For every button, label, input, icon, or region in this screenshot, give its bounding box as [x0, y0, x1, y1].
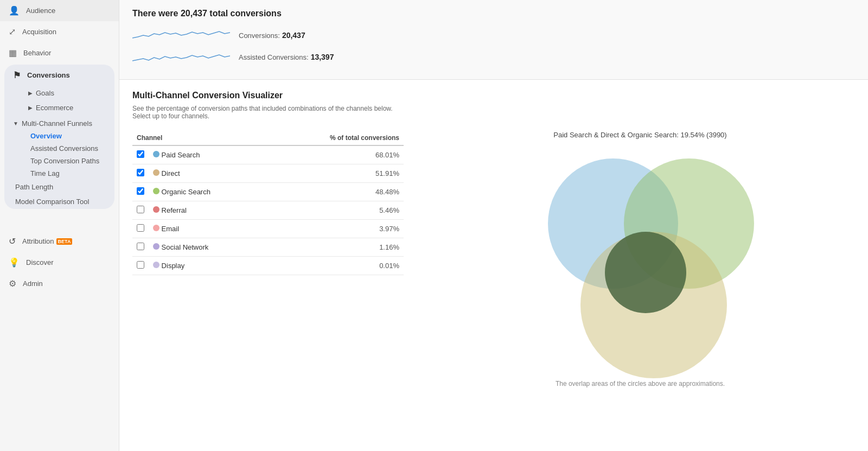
sidebar-item-discover[interactable]: 💡 Discover [0, 252, 119, 273]
sidebar-item-acquisition-label: Acquisition [22, 28, 56, 36]
multichannel-label: Multi-Channel Funnels [22, 119, 92, 128]
checkbox-email[interactable] [137, 224, 144, 232]
visualizer-section: Multi-Channel Conversion Visualizer See … [119, 80, 868, 398]
ecommerce-arrow-icon: ▶ [28, 105, 33, 111]
assisted-conversions-value: 13,397 [311, 53, 334, 61]
conversions-value: 20,437 [282, 31, 305, 40]
conversions-label: Conversions: [239, 31, 280, 40]
venn-area: Paid Search & Direct & Organic Search: 1… [425, 131, 855, 388]
sidebar-sub-model-comparison[interactable]: Model Comparison Tool [4, 194, 114, 209]
sidebar: 👤 Audience ⤢ Acquisition ▦ Behavior ⚑ Co… [0, 0, 119, 451]
sidebar-item-acquisition[interactable]: ⤢ Acquisition [0, 21, 119, 42]
main-content: There were 20,437 total conversions Conv… [119, 0, 868, 451]
ecommerce-label: Ecommerce [36, 104, 73, 112]
channel-name-email: Email [149, 220, 265, 238]
checkbox-social-network[interactable] [137, 243, 144, 250]
audience-icon: 👤 [9, 5, 20, 16]
sidebar-sub-top-conversion-paths[interactable]: Top Conversion Paths [4, 155, 114, 167]
channel-dot-organic-search [153, 188, 159, 194]
sidebar-item-admin[interactable]: ⚙ Admin [0, 273, 119, 294]
goals-label: Goals [36, 89, 54, 97]
channel-percent-paid-search: 68.01% [265, 145, 404, 164]
table-row: Referral5.46% [132, 201, 404, 220]
assisted-conversions-metric-row: Assisted Conversions: 13,397 [132, 49, 855, 65]
visualizer-body: Channel % of total conversions Paid Sear… [132, 131, 855, 388]
summary-title: There were 20,437 total conversions [132, 9, 855, 18]
channel-name-social-network: Social Network [149, 238, 265, 257]
sidebar-sub-multichannel[interactable]: ▼ Multi-Channel Funnels [4, 115, 114, 130]
channel-percent-social-network: 1.16% [265, 238, 404, 257]
visualizer-title: Multi-Channel Conversion Visualizer [132, 91, 855, 100]
admin-icon: ⚙ [9, 278, 16, 289]
assisted-conversions-sparkline [132, 49, 230, 65]
channel-percent-email: 3.97% [265, 220, 404, 238]
conversions-metric-row: Conversions: 20,437 [132, 27, 855, 43]
conversions-header[interactable]: ⚑ Conversions [4, 65, 114, 86]
sidebar-sub-time-lag[interactable]: Time Lag [4, 167, 114, 180]
sidebar-item-behavior[interactable]: ▦ Behavior [0, 42, 119, 63]
venn-label: Paid Search & Direct & Organic Search: 1… [553, 131, 726, 139]
channel-percent-direct: 51.91% [265, 164, 404, 183]
multichannel-sub-items: Overview Assisted Conversions Top Conver… [4, 130, 114, 180]
behavior-icon: ▦ [9, 48, 17, 58]
conversions-section: ⚑ Conversions ▶ Goals ▶ Ecommerce ▼ Mult… [4, 65, 114, 209]
attribution-label: Attribution [22, 237, 54, 245]
sidebar-sub-assisted-conversions[interactable]: Assisted Conversions [4, 142, 114, 155]
sidebar-sub-path-length[interactable]: Path Length [4, 180, 114, 194]
channel-dot-direct [153, 169, 159, 176]
conversions-icon: ⚑ [13, 70, 21, 80]
admin-label: Admin [23, 280, 43, 288]
table-row: Direct51.91% [132, 164, 404, 183]
table-row: Organic Search48.48% [132, 183, 404, 201]
channel-table: Channel % of total conversions Paid Sear… [132, 131, 404, 388]
channel-name-direct: Direct [149, 164, 265, 183]
acquisition-icon: ⤢ [9, 27, 16, 37]
venn-diagram [521, 148, 760, 376]
attribution-icon: ↺ [9, 236, 16, 246]
channel-dot-email [153, 225, 159, 231]
sidebar-sub-ecommerce[interactable]: ▶ Ecommerce [4, 100, 114, 115]
checkbox-display[interactable] [137, 261, 144, 269]
venn-footnote: The overlap areas of the circles above a… [556, 380, 725, 388]
beta-badge: BETA [56, 238, 73, 245]
channel-name-referral: Referral [149, 201, 265, 220]
conversions-label: Conversions [27, 71, 70, 79]
channel-name-organic-search: Organic Search [149, 183, 265, 201]
col-channel-header: Channel [132, 131, 265, 145]
table-row: Social Network1.16% [132, 238, 404, 257]
checkbox-paid-search[interactable] [137, 150, 144, 158]
checkbox-direct[interactable] [137, 169, 144, 176]
discover-icon: 💡 [9, 257, 20, 268]
sidebar-item-attribution[interactable]: ↺ Attribution BETA [0, 231, 119, 252]
channel-dot-paid-search [153, 151, 159, 157]
channel-dot-social-network [153, 243, 159, 250]
channel-percent-display: 0.01% [265, 257, 404, 275]
col-percent-header: % of total conversions [265, 131, 404, 145]
venn-center-overlap [605, 232, 686, 313]
assisted-conversions-label: Assisted Conversions: [239, 53, 309, 61]
channel-name-display: Display [149, 257, 265, 275]
table-row: Email3.97% [132, 220, 404, 238]
table-row: Paid Search68.01% [132, 145, 404, 164]
sidebar-sub-goals[interactable]: ▶ Goals [4, 86, 114, 100]
visualizer-description: See the percentage of conversion paths t… [132, 105, 404, 120]
multichannel-arrow-icon: ▼ [13, 120, 18, 126]
sidebar-item-audience[interactable]: 👤 Audience [0, 0, 119, 21]
checkbox-organic-search[interactable] [137, 187, 144, 195]
channel-dot-referral [153, 206, 159, 213]
checkbox-referral[interactable] [137, 206, 144, 213]
table-row: Display0.01% [132, 257, 404, 275]
channel-name-paid-search: Paid Search [149, 145, 265, 164]
summary-bar: There were 20,437 total conversions Conv… [119, 0, 868, 80]
channel-percent-referral: 5.46% [265, 201, 404, 220]
channel-dot-display [153, 262, 159, 268]
channel-percent-organic-search: 48.48% [265, 183, 404, 201]
sidebar-bottom: ↺ Attribution BETA 💡 Discover ⚙ Admin [0, 231, 119, 294]
conversions-sparkline [132, 27, 230, 43]
discover-label: Discover [26, 258, 54, 266]
goals-arrow-icon: ▶ [28, 90, 33, 96]
sidebar-item-audience-label: Audience [26, 7, 55, 15]
sidebar-sub-overview[interactable]: Overview [4, 130, 114, 142]
sidebar-item-behavior-label: Behavior [23, 49, 51, 57]
